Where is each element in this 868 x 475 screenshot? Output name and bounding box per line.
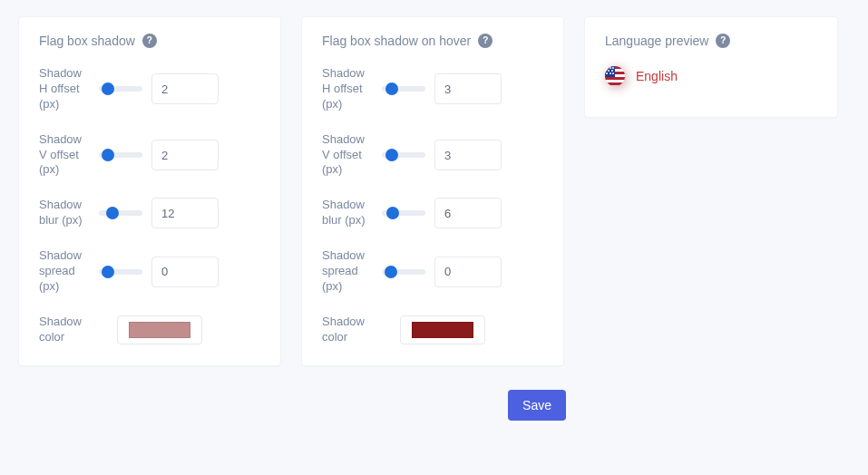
panel-language-preview: Language preview ? bbox=[584, 16, 838, 118]
help-icon[interactable]: ? bbox=[142, 34, 157, 48]
slider-hover-spread[interactable] bbox=[382, 269, 425, 275]
color-swatch bbox=[129, 322, 190, 338]
slider-hover-h-offset[interactable] bbox=[382, 86, 425, 92]
label-v-offset: Shadow V offset (px) bbox=[39, 132, 86, 179]
input-h-offset[interactable] bbox=[151, 73, 219, 104]
help-icon[interactable]: ? bbox=[478, 34, 493, 48]
label-hover-color: Shadow color bbox=[322, 315, 369, 345]
color-swatch-hover bbox=[412, 322, 473, 338]
panel-flag-shadow-hover-header: Flag box shadow on hover ? bbox=[322, 34, 543, 48]
label-hover-spread: Shadow spread (px) bbox=[322, 248, 369, 295]
panel-language-preview-title: Language preview bbox=[605, 34, 708, 48]
field-color: Shadow color bbox=[39, 315, 260, 345]
slider-hover-blur[interactable] bbox=[382, 210, 425, 216]
slider-h-offset[interactable] bbox=[99, 86, 142, 92]
input-v-offset[interactable] bbox=[151, 140, 219, 170]
save-button[interactable]: Save bbox=[508, 390, 566, 421]
label-hover-v-offset: Shadow V offset (px) bbox=[322, 132, 369, 179]
field-hover-h-offset: Shadow H offset (px) bbox=[322, 66, 543, 112]
panel-flag-shadow-header: Flag box shadow ? bbox=[39, 34, 260, 48]
field-v-offset: Shadow V offset (px) bbox=[39, 132, 260, 179]
field-spread: Shadow spread (px) bbox=[39, 248, 260, 295]
slider-v-offset[interactable] bbox=[99, 152, 142, 158]
label-hover-blur: Shadow blur (px) bbox=[322, 198, 369, 228]
label-blur: Shadow blur (px) bbox=[39, 198, 86, 228]
panel-flag-shadow-hover-title: Flag box shadow on hover bbox=[322, 34, 471, 48]
language-preview-item[interactable]: English bbox=[605, 66, 817, 86]
field-hover-blur: Shadow blur (px) bbox=[322, 198, 543, 228]
label-hover-h-offset: Shadow H offset (px) bbox=[322, 66, 369, 112]
panel-flag-shadow-hover: Flag box shadow on hover ? Shadow H offs… bbox=[301, 16, 564, 366]
field-hover-spread: Shadow spread (px) bbox=[322, 248, 543, 295]
input-hover-spread[interactable] bbox=[434, 257, 502, 287]
field-blur: Shadow blur (px) bbox=[39, 198, 260, 228]
input-blur[interactable] bbox=[151, 198, 219, 228]
flag-us-icon bbox=[605, 66, 625, 86]
slider-hover-v-offset[interactable] bbox=[382, 152, 425, 158]
field-hover-color: Shadow color bbox=[322, 315, 543, 345]
input-hover-h-offset[interactable] bbox=[434, 73, 502, 104]
label-color: Shadow color bbox=[39, 315, 86, 345]
panel-flag-shadow: Flag box shadow ? Shadow H offset (px) S… bbox=[18, 16, 281, 366]
slider-spread[interactable] bbox=[99, 269, 142, 275]
slider-blur[interactable] bbox=[99, 210, 142, 216]
language-name: English bbox=[636, 69, 678, 83]
field-h-offset: Shadow H offset (px) bbox=[39, 66, 260, 112]
actions-row: Save bbox=[18, 390, 566, 421]
help-icon[interactable]: ? bbox=[716, 34, 730, 48]
field-hover-v-offset: Shadow V offset (px) bbox=[322, 132, 543, 179]
label-h-offset: Shadow H offset (px) bbox=[39, 66, 86, 112]
input-hover-blur[interactable] bbox=[434, 198, 502, 228]
panel-flag-shadow-title: Flag box shadow bbox=[39, 34, 135, 48]
color-picker[interactable] bbox=[117, 315, 202, 344]
input-hover-v-offset[interactable] bbox=[434, 140, 502, 170]
panel-language-preview-header: Language preview ? bbox=[605, 34, 817, 48]
input-spread[interactable] bbox=[151, 257, 219, 287]
label-spread: Shadow spread (px) bbox=[39, 248, 86, 295]
color-picker-hover[interactable] bbox=[400, 315, 485, 344]
